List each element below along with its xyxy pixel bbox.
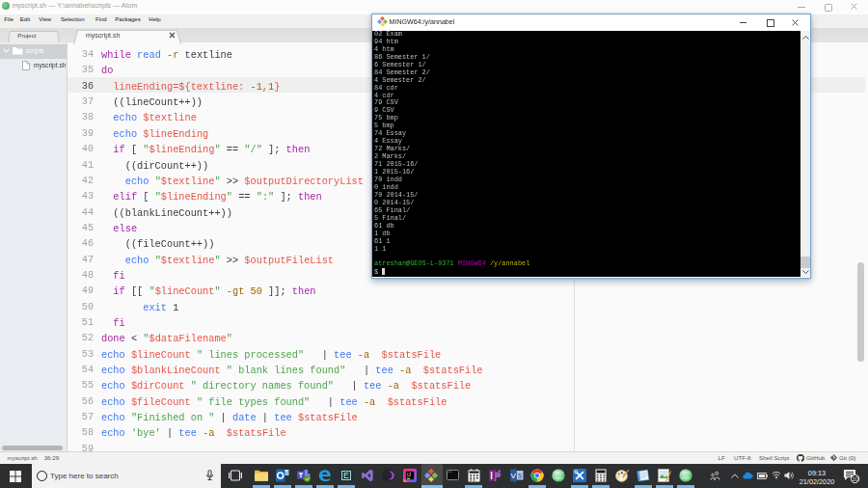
svg-text:V: V [511,472,517,480]
svg-text:10: 10 [852,475,859,482]
svg-text:5: 5 [518,473,522,479]
svg-text:E: E [343,471,349,480]
svg-text:IJ: IJ [407,472,411,477]
